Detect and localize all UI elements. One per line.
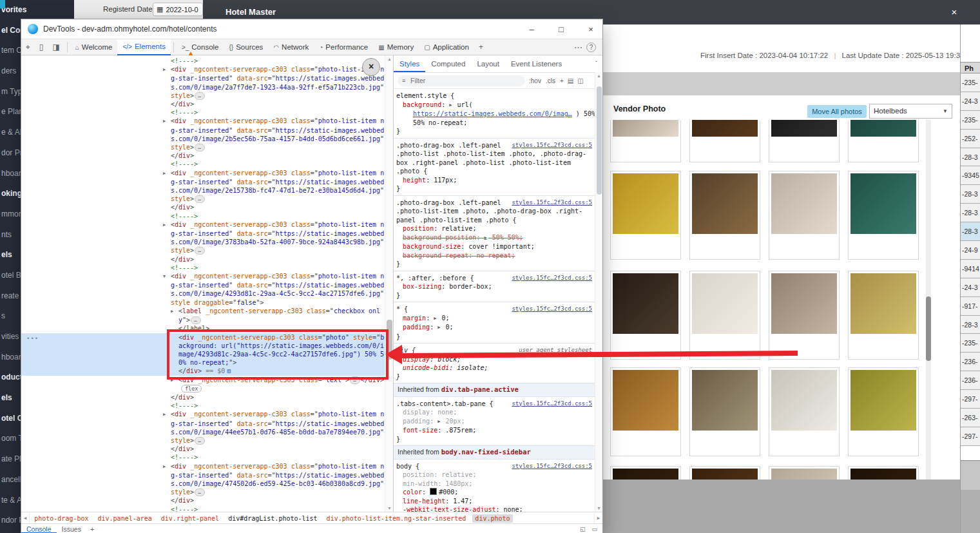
dom-close-tag[interactable]: </div> (21, 445, 385, 453)
styles-scrollbar-thumb[interactable] (597, 86, 602, 195)
drawer-tab-issues[interactable]: Issues (57, 525, 86, 533)
vendor-select[interactable]: Hotelbeds ▼ (869, 104, 952, 119)
sidebar-item[interactable]: vorites (0, 0, 74, 21)
photo-id-row[interactable]: -252- (961, 130, 980, 148)
more-content-icon[interactable]: … (195, 437, 205, 445)
dom-node[interactable]: ▶<div _ngcontent-serverapp-c303 class="p… (21, 169, 385, 204)
photo-id-row[interactable]: -235- (961, 334, 980, 353)
more-content-icon[interactable]: … (195, 489, 205, 496)
css-property[interactable]: background-position: ▶ 50% 50%; (394, 233, 602, 243)
dom-node[interactable]: ▶<div _ngcontent-serverapp-c303 class="p… (21, 117, 385, 151)
devtools-tab-performance[interactable]: ◔ Performance (314, 39, 373, 55)
breadcrumb-scroll-right-icon[interactable]: ▶ (594, 512, 602, 524)
hotel-photo-card[interactable] (689, 367, 760, 456)
hotel-photo-card[interactable] (848, 171, 919, 260)
dom-close-tag[interactable]: </div> (21, 255, 385, 264)
hotel-photo-card[interactable] (610, 171, 681, 260)
breadcrumb-item[interactable]: div#dragList.photo-list (226, 514, 320, 523)
css-property[interactable]: position: relative; (394, 470, 602, 480)
color-swatch[interactable] (430, 488, 437, 495)
css-property[interactable]: background: ▶ url(https://static-images.… (394, 101, 602, 128)
devtools-tab-elements[interactable]: </> Elements (117, 39, 170, 55)
hotel-photo-card[interactable] (848, 271, 919, 360)
hotel-photo-card[interactable] (848, 466, 919, 480)
chevron-down-icon[interactable]: ˇ (595, 61, 602, 68)
filter-token[interactable]: :hov (529, 77, 541, 84)
photo-id-row[interactable]: -297- (961, 390, 980, 409)
hotel-photo-card[interactable] (769, 171, 840, 260)
photo-id-row[interactable]: -28-3 (961, 222, 980, 241)
stylesheet-link[interactable]: styles.15fc…2f3cd.css:5 (512, 400, 592, 409)
breadcrumb-item[interactable]: div.photo-list-item.ng-star-inserted (324, 514, 469, 523)
styles-tab-event-listeners[interactable]: Event Listeners (505, 56, 568, 72)
styles-tab-styles[interactable]: Styles (394, 56, 425, 72)
breadcrumb-item[interactable]: div.panel-area (95, 514, 155, 523)
filter-token[interactable]: .cls (546, 77, 555, 84)
photo-id-row[interactable]: -24-3 (961, 278, 980, 297)
devtools-tab-sources[interactable]: {} Sources (224, 39, 269, 55)
css-property[interactable]: line-height: 1.47; (394, 497, 602, 506)
photo-id-row[interactable]: -236- (961, 353, 980, 371)
stylesheet-link[interactable]: styles.15fc…2f3cd.css:5 (512, 462, 592, 471)
css-property[interactable]: background-repeat: no-repeat; (394, 251, 602, 260)
hotel-photo-card[interactable] (689, 466, 760, 480)
drawer-panel-icon[interactable]: ▭ (591, 526, 597, 532)
stylesheet-url-link[interactable]: https://static-images.webbeds.com/0/imag… (413, 110, 572, 117)
hotel-photo-card[interactable] (610, 367, 681, 456)
dom-node[interactable]: ▶<div _ngcontent-serverapp-c303 class="p… (21, 462, 385, 497)
drawer-dock-icon[interactable]: ◱ (580, 526, 586, 532)
hotel-photo-card[interactable] (848, 120, 919, 162)
css-property[interactable]: box-sizing: border-box; (394, 282, 602, 291)
maximize-icon[interactable]: □ (556, 24, 566, 34)
dom-close-tag[interactable]: </div> (21, 496, 385, 505)
breadcrumb-item[interactable]: div.right-panel (159, 514, 222, 523)
more-content-icon[interactable]: … (195, 247, 205, 255)
dom-close-tag[interactable]: </div> (21, 393, 385, 402)
devtools-tab-application[interactable]: ▢ Application (419, 39, 474, 55)
dom-node[interactable]: ▶<div _ngcontent-serverapp-c303 class="p… (21, 65, 385, 100)
devtools-titlebar[interactable]: DevTools - dev-adm.ohmyhotel.com/hotel/c… (21, 19, 602, 39)
photo-id-row[interactable]: -297- (961, 427, 980, 446)
elements-scrollbar[interactable]: ▲ ▼ (385, 55, 393, 512)
photo-id-row[interactable]: -9345 (961, 166, 980, 185)
more-content-icon[interactable]: … (195, 92, 205, 100)
breadcrumb-item[interactable]: div.photo (472, 514, 512, 523)
hotel-photo-card[interactable] (610, 120, 681, 162)
photo-id-row[interactable]: -28-3 (961, 316, 980, 334)
styles-scrollbar[interactable]: ▲ ▼ (595, 72, 602, 512)
css-property[interactable]: min-width: 1480px; (394, 480, 602, 489)
photo-id-row[interactable]: -28-3 (961, 148, 980, 167)
panel-toggle-icon[interactable]: ◨ (48, 43, 64, 52)
scroll-down-icon[interactable]: ▼ (595, 506, 602, 510)
css-property[interactable]: display: none; (394, 408, 602, 417)
photo-id-row[interactable]: -917- (961, 297, 980, 316)
hotel-photo-card[interactable] (610, 466, 681, 480)
close-icon[interactable]: × (586, 24, 596, 34)
hotel-photo-card[interactable] (689, 120, 760, 162)
photo-id-row[interactable]: -24-9 (961, 241, 980, 260)
stylesheet-link[interactable]: styles.15fc…2f3cd.css:5 (512, 305, 592, 314)
hotel-photo-card[interactable] (610, 271, 681, 360)
hotel-photo-card[interactable] (689, 171, 760, 260)
computed-toggle-icon[interactable]: ◫ (577, 77, 583, 84)
device-toolbar-icon[interactable]: ▯ (35, 43, 48, 52)
dom-close-tag[interactable]: </div> (21, 100, 385, 108)
stylesheet-link[interactable]: styles.15fc…2f3cd.css:5 (512, 199, 592, 208)
css-property[interactable]: background-size: cover !important; (394, 242, 602, 251)
css-property[interactable]: font-size: .875rem; (394, 426, 602, 435)
photo-id-row[interactable]: -235- (961, 73, 980, 92)
devtools-tab-welcome[interactable]: ⌂ Welcome (70, 39, 118, 55)
dom-node[interactable]: ▶<div _ngcontent-serverapp-c303 class="p… (21, 220, 385, 255)
drawer-tab-console[interactable]: Console (21, 525, 57, 533)
hotel-photo-card[interactable] (769, 271, 840, 360)
styles-tab-computed[interactable]: Computed (425, 56, 471, 72)
hotel-photo-card[interactable] (769, 466, 840, 480)
add-panel-icon[interactable]: + (474, 43, 488, 52)
css-property[interactable]: height: 117px; (394, 176, 602, 185)
photo-id-row[interactable]: -28-3 (961, 185, 980, 204)
move-all-photos-button[interactable]: Move All photos (807, 105, 867, 118)
more-content-icon[interactable]: … (195, 195, 205, 203)
photo-id-row[interactable]: -28-3 (961, 204, 980, 222)
dom-node-expanded[interactable]: ▼<div _ngcontent-serverapp-c303 class="p… (21, 272, 385, 307)
dom-node[interactable]: ▶<label _ngcontent-serverapp-c303 class=… (21, 307, 385, 324)
